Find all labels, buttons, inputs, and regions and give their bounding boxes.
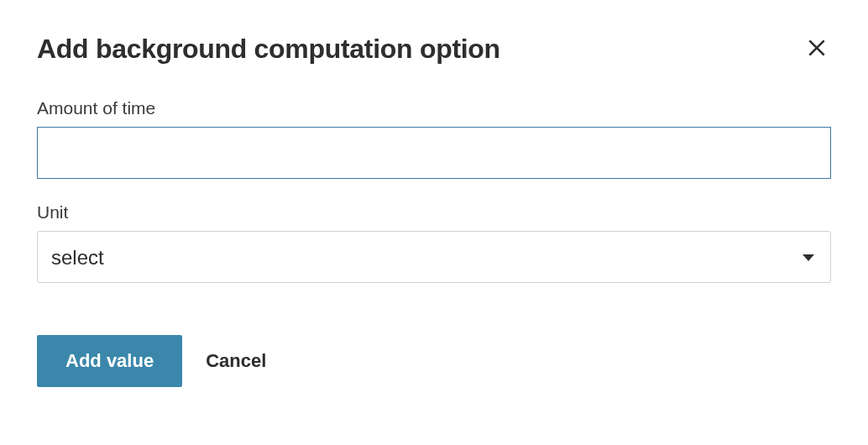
dialog-title: Add background computation option: [37, 34, 500, 65]
dialog-header: Add background computation option: [37, 34, 831, 65]
unit-select[interactable]: select: [37, 231, 831, 283]
close-icon: [806, 37, 828, 61]
dialog-actions: Add value Cancel: [37, 335, 831, 387]
amount-input[interactable]: [37, 127, 831, 179]
amount-field: Amount of time: [37, 98, 831, 179]
unit-field: Unit select: [37, 202, 831, 283]
unit-select-wrap: select: [37, 231, 831, 283]
close-button[interactable]: [803, 34, 831, 65]
add-value-button[interactable]: Add value: [37, 335, 182, 387]
amount-label: Amount of time: [37, 98, 831, 118]
unit-label: Unit: [37, 202, 831, 222]
cancel-button[interactable]: Cancel: [206, 350, 266, 372]
